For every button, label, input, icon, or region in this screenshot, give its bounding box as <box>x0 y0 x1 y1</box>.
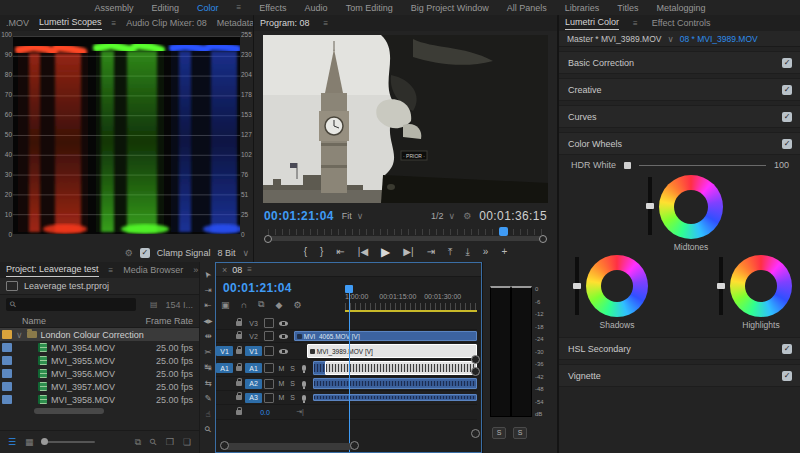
voiceover-mic-icon[interactable] <box>302 365 306 371</box>
mute-button[interactable]: M <box>276 365 287 372</box>
workspace-tab-editing[interactable]: Editing <box>152 3 180 13</box>
workspace-tab-big-project-window[interactable]: Big Project Window <box>411 3 489 13</box>
mute-button[interactable]: M <box>276 394 287 401</box>
color-wheels-checkbox[interactable]: ✓ <box>782 139 792 149</box>
clip-mvi-3989-video[interactable]: MVI_3989.MOV [V] <box>307 344 477 358</box>
program-scroll-track[interactable] <box>268 236 543 241</box>
basic-correction-checkbox[interactable]: ✓ <box>782 58 792 68</box>
hdr-white-slider-track[interactable] <box>639 165 766 166</box>
project-hscrollbar[interactable] <box>34 408 104 414</box>
tab-project[interactable]: Project: Leaverage test <box>6 264 99 277</box>
a3-lane[interactable] <box>310 391 477 404</box>
v1-lane[interactable]: MVI_3989.MOV [V] <box>290 343 477 359</box>
mute-button[interactable]: M <box>276 380 287 387</box>
track-output-eye-icon[interactable] <box>279 321 288 326</box>
lock-icon[interactable] <box>236 321 242 326</box>
tab-program[interactable]: Program: 08 <box>260 18 310 28</box>
zoom-tool[interactable]: ⚲ <box>203 424 214 435</box>
sequence-clip-label[interactable]: 08 * MVI_3989.MOV <box>680 34 758 44</box>
sequence-tab[interactable]: 08 <box>232 265 242 275</box>
lock-icon[interactable] <box>236 395 242 400</box>
creative-checkbox[interactable]: ✓ <box>782 85 792 95</box>
clip-label-chip[interactable] <box>2 369 12 378</box>
clip-row[interactable]: MVI_3954.MOV 25.00 fps <box>0 341 199 354</box>
fit-to-panel-icon[interactable]: ⇥| <box>285 408 315 416</box>
linked-selection-icon[interactable]: ⧉ <box>258 299 264 310</box>
sync-lock-toggle[interactable] <box>264 393 274 403</box>
go-to-in-button[interactable]: ⇤ <box>336 245 344 259</box>
scope-settings-wrench-icon[interactable]: ⚙ <box>125 248 133 258</box>
source-patch-v1[interactable]: V1 <box>216 346 233 356</box>
lock-icon[interactable] <box>236 366 242 371</box>
extract-button[interactable]: ⤓ <box>465 245 469 259</box>
sync-lock-toggle[interactable] <box>264 346 274 356</box>
workspace-tab-titles[interactable]: Titles <box>617 3 638 13</box>
selection-tool[interactable]: ➤ <box>202 269 213 280</box>
lock-icon[interactable] <box>236 410 242 415</box>
step-forward-button[interactable]: ▶| <box>403 245 413 259</box>
midtones-color-wheel[interactable] <box>659 175 723 239</box>
bit-depth-dropdown[interactable]: 8 Bit <box>217 248 235 258</box>
bin-label-chip[interactable] <box>2 330 12 339</box>
timeline-ruler-zone[interactable]: 1:00:00 00:01:15:00 00:01:30:00 <box>345 279 477 317</box>
clip-label-chip[interactable] <box>2 343 12 352</box>
section-hsl-secondary[interactable]: HSL Secondary ✓ <box>559 337 800 360</box>
workspace-tab-audio[interactable]: Audio <box>305 3 328 13</box>
meter-solo-right-button[interactable]: S <box>513 427 527 439</box>
step-back-button[interactable]: |◀ <box>358 245 368 259</box>
icon-view-button[interactable]: ▦ <box>25 437 34 447</box>
shadows-color-wheel[interactable] <box>586 255 648 317</box>
work-area-bar[interactable] <box>345 310 477 312</box>
clip-label-chip[interactable] <box>2 395 12 404</box>
razor-tool[interactable]: ✂ <box>204 348 211 357</box>
thumbnail-zoom-slider[interactable] <box>43 441 95 443</box>
source-patch-a1[interactable]: A1 <box>216 363 233 373</box>
section-color-wheels[interactable]: Color Wheels ✓ <box>559 132 800 155</box>
track-output-eye-icon[interactable] <box>279 349 288 354</box>
tab-lumetri-scopes[interactable]: Lumetri Scopes <box>39 17 102 30</box>
shadows-luma-slider[interactable] <box>575 257 579 315</box>
solo-button[interactable]: S <box>287 380 298 387</box>
bin-expand-chevron-icon[interactable]: ∨ <box>16 330 23 340</box>
voiceover-mic-icon[interactable] <box>302 395 306 401</box>
project-tab-overflow-icon[interactable]: » <box>193 265 198 275</box>
bin-row-london-colour-correction[interactable]: ∨ London Colour Correction <box>0 328 199 341</box>
project-list-header[interactable]: Name Frame Rate <box>0 314 199 328</box>
find-button[interactable]: ⚲ <box>148 436 160 448</box>
scopes-panel-menu-icon[interactable]: ≡ <box>112 19 117 28</box>
clip-row[interactable]: MVI_3956.MOV 25.00 fps <box>0 367 199 380</box>
v3-lane[interactable] <box>290 317 477 329</box>
track-select-forward-tool[interactable]: ⇥ <box>204 286 211 295</box>
workspace-tab-assembly[interactable]: Assembly <box>95 3 134 13</box>
transport-overflow-icon[interactable]: » <box>483 245 489 259</box>
workspace-tab-color[interactable]: Color <box>197 3 219 13</box>
track-v1-label[interactable]: V1 <box>245 346 262 356</box>
column-frame-rate[interactable]: Frame Rate <box>145 316 193 326</box>
track-v3-label[interactable]: V3 <box>245 320 262 327</box>
lock-icon[interactable] <box>236 349 242 354</box>
a2-lane[interactable] <box>310 377 477 390</box>
clip-row[interactable]: MVI_3957.MOV 25.00 fps <box>0 380 199 393</box>
timeline-panel-menu-icon[interactable]: ≡ <box>247 265 252 274</box>
solo-button[interactable]: S <box>287 394 298 401</box>
master-clip-selector[interactable]: Master * MVI_3989.MOV <box>567 34 661 44</box>
tab-truncated-mov[interactable]: .MOV <box>6 18 29 28</box>
lock-icon[interactable] <box>236 334 242 339</box>
new-bin-button[interactable]: ❒ <box>166 437 174 447</box>
vscrollbar-handle[interactable] <box>471 429 480 438</box>
highlights-luma-slider[interactable] <box>719 257 723 315</box>
nest-toggle-icon[interactable]: ▣ <box>221 300 230 310</box>
timeline-playhead-line[interactable] <box>349 287 350 452</box>
timeline-current-timecode[interactable]: 00:01:21:04 <box>223 281 292 295</box>
sequence-close-icon[interactable]: × <box>222 265 227 275</box>
time-ruler[interactable] <box>345 303 477 310</box>
curves-checkbox[interactable]: ✓ <box>782 112 792 122</box>
v2-lane[interactable]: MVI_4065.MOV [V] <box>290 330 477 342</box>
clip-mvi-4065-video[interactable]: MVI_4065.MOV [V] <box>294 331 477 341</box>
track-output-eye-icon[interactable] <box>279 334 288 339</box>
hsl-secondary-checkbox[interactable]: ✓ <box>782 344 792 354</box>
column-name[interactable]: Name <box>22 316 46 326</box>
scrollbar-end-handle[interactable] <box>350 441 359 450</box>
tab-lumetri-color[interactable]: Lumetri Color <box>565 17 619 30</box>
sync-lock-toggle[interactable] <box>264 363 274 373</box>
